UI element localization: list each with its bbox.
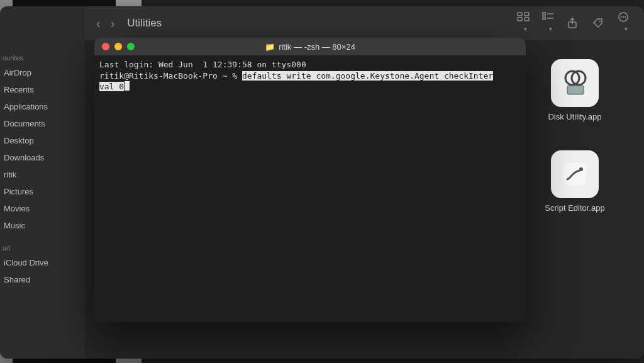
sidebar-item-recents[interactable]: Recents [0, 81, 85, 98]
sidebar-section-icloud: ud [0, 234, 85, 254]
terminal-command-part2: val 0 [99, 82, 124, 91]
finder-title: Utilities [127, 17, 162, 30]
svg-rect-0 [518, 13, 522, 16]
svg-point-18 [579, 167, 583, 171]
terminal-window: 📁 ritik — -zsh — 80×24 Last login: Wed J… [94, 38, 526, 322]
svg-rect-5 [543, 17, 545, 20]
terminal-body[interactable]: Last login: Wed Jun 1 12:39:58 on ttys00… [94, 55, 526, 322]
terminal-cursor [125, 81, 130, 91]
app-caption: Script Editor.app [528, 203, 622, 213]
disk-utility-icon [551, 59, 599, 107]
sidebar-item-desktop[interactable]: Desktop [0, 132, 85, 149]
finder-toolbar: ‹ › Utilities ▾ ▾ ▾ [85, 6, 644, 40]
more-button[interactable]: ▾ [618, 12, 633, 35]
terminal-last-login: Last login: Wed Jun 1 12:39:58 on ttys00… [99, 60, 306, 69]
sidebar-item-downloads[interactable]: Downloads [0, 149, 85, 166]
terminal-command-part1: defaults write com.google.Keystone.Agent… [242, 71, 493, 81]
sidebar-item-shared[interactable]: Shared [0, 271, 85, 288]
script-editor-icon [551, 150, 599, 198]
view-mode-button[interactable]: ▾ [517, 12, 532, 35]
svg-point-13 [625, 16, 626, 18]
finder-sidebar: ourites AirDrop Recents Applications Doc… [0, 6, 85, 359]
svg-rect-3 [525, 18, 529, 21]
share-button[interactable] [567, 18, 582, 29]
terminal-titlebar[interactable]: 📁 ritik — -zsh — 80×24 [94, 38, 526, 55]
sidebar-item-airdrop[interactable]: AirDrop [0, 64, 85, 81]
app-item-disk-utility[interactable]: Disk Utility.app [528, 59, 622, 133]
svg-rect-2 [518, 18, 522, 21]
svg-point-9 [599, 21, 601, 22]
forward-button[interactable]: › [111, 16, 115, 31]
sidebar-item-pictures[interactable]: Pictures [0, 183, 85, 200]
sidebar-section-favourites: ourites [0, 44, 85, 64]
folder-icon: 📁 [265, 42, 275, 52]
group-button[interactable]: ▾ [542, 12, 557, 35]
sidebar-item-documents[interactable]: Documents [0, 115, 85, 132]
back-button[interactable]: ‹ [96, 16, 101, 31]
terminal-prompt: ritik@Ritiks-MacBook-Pro ~ % [99, 71, 242, 81]
svg-rect-17 [564, 163, 586, 186]
sidebar-item-music[interactable]: Music [0, 217, 85, 234]
svg-point-11 [621, 16, 622, 18]
tags-button[interactable] [592, 18, 608, 29]
svg-rect-4 [543, 13, 545, 15]
svg-rect-16 [567, 86, 584, 94]
svg-rect-1 [525, 13, 529, 16]
sidebar-item-ritik[interactable]: ritik [0, 166, 85, 183]
terminal-title: 📁 ritik — -zsh — 80×24 [94, 42, 526, 52]
app-item-script-editor[interactable]: Script Editor.app [528, 150, 622, 213]
sidebar-item-applications[interactable]: Applications [0, 98, 85, 115]
svg-point-12 [623, 16, 624, 18]
sidebar-item-icloud-drive[interactable]: iCloud Drive [0, 254, 85, 271]
sidebar-item-movies[interactable]: Movies [0, 200, 85, 217]
app-caption: Disk Utility.app [528, 112, 622, 122]
